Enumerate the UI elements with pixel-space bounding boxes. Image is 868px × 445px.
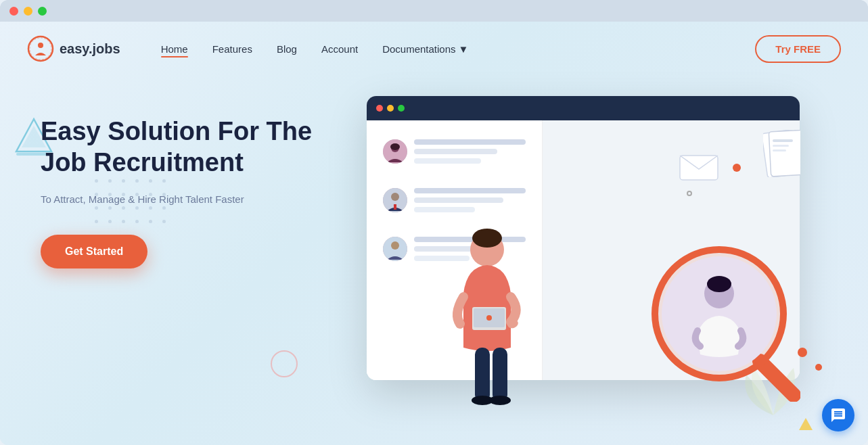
accent-dot [733, 164, 741, 172]
svg-point-9 [390, 143, 400, 150]
dots-decoration [95, 179, 170, 228]
circle-decoration [271, 350, 298, 377]
person-illustration [433, 212, 541, 431]
document-icon [763, 130, 800, 180]
page-body: easy.jobs Home Features Blog Account Doc… [0, 22, 868, 445]
nav-account[interactable]: Account [321, 43, 358, 55]
mockup-close [376, 105, 383, 112]
nav-blog[interactable]: Blog [277, 43, 297, 55]
accent-dot-3 [815, 364, 822, 371]
svg-point-16 [472, 229, 502, 248]
accent-dot-2 [798, 348, 807, 357]
get-started-button[interactable]: Get Started [41, 235, 147, 268]
nav-links: Home Features Blog Account Documentation… [161, 43, 756, 55]
chevron-down-icon: ▼ [459, 43, 469, 55]
svg-rect-21 [475, 348, 490, 402]
close-button[interactable] [9, 7, 18, 16]
svg-rect-22 [493, 348, 507, 402]
candidate-lines [414, 188, 526, 212]
mockup-maximize [398, 105, 405, 112]
logo-text: easy.jobs [60, 41, 120, 57]
logo-icon [27, 35, 54, 62]
maximize-button[interactable] [38, 7, 47, 16]
mockup-titlebar [367, 96, 800, 120]
svg-point-2 [30, 38, 51, 60]
mockup-minimize [387, 105, 394, 112]
svg-marker-36 [799, 418, 813, 430]
logo[interactable]: easy.jobs [27, 35, 120, 62]
candidate-avatar [383, 188, 407, 212]
svg-rect-34 [773, 145, 789, 147]
nav-documentations[interactable]: Documentations ▼ [382, 43, 468, 55]
svg-rect-12 [394, 204, 396, 210]
browser-window: easy.jobs Home Features Blog Account Doc… [0, 0, 868, 445]
hero-title: Easy Solution For The Job Recruitment [41, 116, 325, 178]
magnifying-glass [652, 246, 800, 404]
candidate-item [378, 134, 531, 169]
svg-point-14 [391, 241, 399, 250]
triangle-small-icon [798, 417, 814, 433]
svg-point-11 [391, 193, 399, 201]
svg-point-0 [28, 37, 53, 61]
svg-point-19 [486, 315, 492, 321]
hero-content: Easy Solution For The Job Recruitment To… [41, 89, 325, 268]
minimize-button[interactable] [24, 7, 32, 16]
candidate-lines [414, 139, 526, 164]
svg-line-25 [760, 361, 794, 395]
envelope-icon [679, 150, 719, 187]
svg-rect-32 [769, 130, 800, 177]
hero-section: Easy Solution For The Job Recruitment To… [0, 76, 868, 445]
candidate-avatar [383, 237, 407, 261]
small-circle-accent [687, 191, 692, 196]
svg-rect-35 [773, 149, 786, 151]
hero-subtitle: To Attract, Manage & Hire Right Talent F… [41, 191, 325, 208]
nav-features[interactable]: Features [212, 43, 252, 55]
navbar: easy.jobs Home Features Blog Account Doc… [0, 22, 868, 76]
chat-icon [830, 407, 846, 423]
svg-point-1 [38, 43, 43, 48]
try-free-button[interactable]: Try FREE [755, 35, 841, 63]
nav-home[interactable]: Home [161, 43, 188, 55]
browser-titlebar [0, 0, 868, 22]
candidate-avatar [383, 139, 407, 164]
small-triangle-decoration [798, 417, 814, 436]
svg-rect-33 [773, 139, 793, 142]
hero-illustration [325, 89, 841, 445]
svg-point-24 [489, 396, 511, 405]
svg-point-29 [707, 276, 731, 292]
chat-button[interactable] [822, 399, 854, 431]
